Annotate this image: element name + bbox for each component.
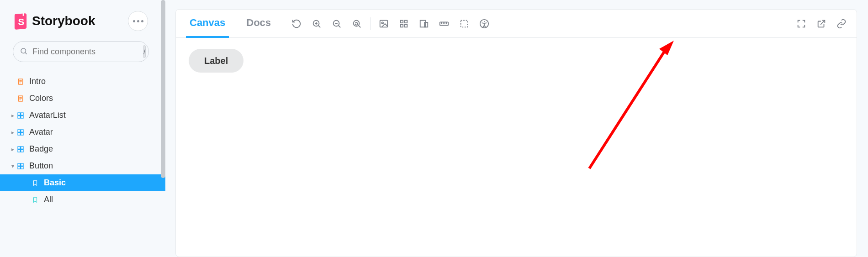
svg-marker-55 bbox=[659, 41, 674, 55]
bookmark-icon bbox=[31, 179, 39, 187]
search-input-wrap[interactable]: / bbox=[13, 41, 149, 62]
svg-rect-24 bbox=[18, 163, 20, 166]
document-icon bbox=[16, 94, 25, 103]
sidebar-item-label: All bbox=[44, 195, 53, 205]
sidebar-menu-button[interactable] bbox=[128, 11, 148, 31]
background-icon[interactable] bbox=[379, 19, 389, 29]
fullscreen-icon[interactable] bbox=[796, 19, 806, 29]
sidebar-item-intro[interactable]: Intro bbox=[0, 73, 165, 90]
preview-panel: Canvas Docs bbox=[175, 9, 857, 257]
sidebar-item-label: Badge bbox=[29, 144, 53, 154]
svg-rect-13 bbox=[21, 113, 23, 115]
svg-rect-12 bbox=[18, 113, 20, 115]
sidebar-item-label: Intro bbox=[29, 77, 46, 86]
svg-rect-40 bbox=[405, 20, 408, 23]
accessibility-icon[interactable] bbox=[479, 19, 489, 29]
reload-icon[interactable] bbox=[291, 19, 302, 29]
svg-rect-16 bbox=[18, 130, 20, 132]
svg-line-29 bbox=[318, 26, 320, 27]
copy-link-icon[interactable] bbox=[836, 19, 847, 29]
svg-rect-14 bbox=[18, 115, 20, 118]
svg-rect-15 bbox=[21, 115, 23, 118]
toolbar: Canvas Docs bbox=[176, 10, 857, 38]
svg-rect-21 bbox=[21, 147, 23, 149]
svg-rect-23 bbox=[21, 149, 23, 152]
grid-icon[interactable] bbox=[399, 19, 409, 29]
tab-docs[interactable]: Docs bbox=[243, 10, 275, 38]
search-shortcut-key: / bbox=[143, 45, 146, 58]
search-icon bbox=[20, 47, 28, 57]
svg-rect-41 bbox=[401, 24, 403, 27]
chevron-right-icon: ▸ bbox=[10, 129, 16, 136]
svg-rect-26 bbox=[18, 166, 20, 168]
sidebar-item-label: Basic bbox=[44, 178, 66, 188]
explorer-tree: Intro Colors ▸ AvatarList ▸ bbox=[0, 73, 165, 208]
svg-rect-22 bbox=[18, 149, 20, 152]
scrollbar-thumb[interactable] bbox=[161, 0, 165, 178]
brand-name: Storybook bbox=[32, 14, 95, 28]
preview-button-label: Label bbox=[204, 56, 228, 66]
storybook-logo-icon: S bbox=[14, 12, 27, 30]
sidebar-item-avatarlist[interactable]: ▸ AvatarList bbox=[0, 107, 165, 124]
svg-line-53 bbox=[820, 20, 825, 24]
document-icon bbox=[16, 78, 25, 86]
svg-rect-37 bbox=[380, 20, 388, 27]
canvas-area: Label bbox=[176, 38, 857, 257]
svg-rect-25 bbox=[21, 163, 23, 166]
svg-rect-20 bbox=[18, 147, 20, 149]
tab-canvas[interactable]: Canvas bbox=[186, 10, 229, 38]
zoom-out-icon[interactable] bbox=[332, 19, 342, 29]
toolbar-separator bbox=[370, 17, 370, 30]
svg-rect-19 bbox=[21, 132, 23, 135]
svg-rect-42 bbox=[405, 24, 408, 27]
svg-text:S: S bbox=[18, 16, 24, 27]
main: Canvas Docs bbox=[165, 0, 868, 257]
sidebar-item-badge[interactable]: ▸ Badge bbox=[0, 141, 165, 157]
svg-line-36 bbox=[359, 26, 360, 27]
svg-rect-43 bbox=[420, 20, 426, 27]
component-icon bbox=[16, 111, 25, 120]
svg-rect-18 bbox=[18, 132, 20, 135]
svg-point-2 bbox=[21, 48, 26, 53]
sidebar-item-basic[interactable]: Basic bbox=[0, 174, 165, 191]
sidebar-scrollbar[interactable] bbox=[161, 0, 165, 257]
preview-button[interactable]: Label bbox=[189, 49, 243, 73]
component-icon bbox=[16, 128, 25, 136]
svg-rect-17 bbox=[21, 130, 23, 132]
measure-icon[interactable] bbox=[439, 19, 449, 29]
sidebar: S Storybook / bbox=[0, 0, 165, 257]
sidebar-item-colors[interactable]: Colors bbox=[0, 90, 165, 107]
toolbar-separator bbox=[283, 17, 283, 30]
svg-line-3 bbox=[25, 52, 26, 54]
brand[interactable]: S Storybook bbox=[14, 12, 95, 30]
component-icon bbox=[16, 145, 25, 153]
svg-rect-27 bbox=[21, 166, 23, 168]
bookmark-icon bbox=[31, 196, 39, 204]
chevron-right-icon: ▸ bbox=[10, 112, 16, 119]
svg-rect-45 bbox=[440, 22, 448, 25]
sidebar-item-label: Button bbox=[29, 161, 53, 171]
open-in-new-tab-icon[interactable] bbox=[816, 19, 826, 29]
sidebar-item-avatar[interactable]: ▸ Avatar bbox=[0, 124, 165, 141]
search-input[interactable] bbox=[28, 47, 143, 57]
sidebar-item-button[interactable]: ▾ Button bbox=[0, 157, 165, 174]
chevron-right-icon: ▸ bbox=[10, 146, 16, 152]
svg-rect-0 bbox=[23, 13, 24, 16]
svg-rect-39 bbox=[401, 20, 403, 23]
zoom-in-icon[interactable] bbox=[312, 19, 322, 29]
svg-rect-44 bbox=[424, 22, 428, 27]
component-icon bbox=[16, 162, 25, 170]
sidebar-item-label: Colors bbox=[29, 94, 53, 103]
ellipsis-icon bbox=[133, 20, 143, 22]
outline-icon[interactable] bbox=[459, 19, 469, 29]
svg-rect-50 bbox=[461, 20, 468, 27]
sidebar-item-label: AvatarList bbox=[29, 110, 66, 120]
svg-line-33 bbox=[339, 26, 340, 27]
zoom-reset-icon[interactable] bbox=[352, 19, 362, 29]
tab-label: Docs bbox=[246, 17, 271, 29]
sidebar-item-all[interactable]: All bbox=[0, 191, 165, 208]
viewport-icon[interactable] bbox=[419, 19, 429, 29]
svg-line-54 bbox=[589, 49, 666, 168]
sidebar-item-label: Avatar bbox=[29, 127, 53, 137]
svg-point-52 bbox=[484, 21, 485, 22]
